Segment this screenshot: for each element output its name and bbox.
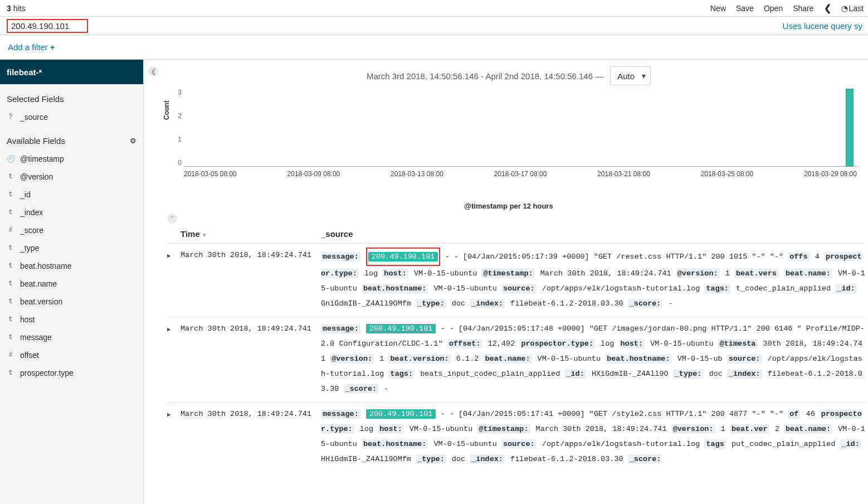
share-button[interactable]: Share <box>793 4 813 13</box>
field-item-beat-name[interactable]: tbeat.name <box>0 275 143 293</box>
field-item-beat-version[interactable]: tbeat.version <box>0 293 143 311</box>
row-time: March 30th 2018, 18:49:24.741 <box>181 321 321 396</box>
chart-bar[interactable] <box>846 89 854 166</box>
histogram-chart[interactable]: Count 3210 2018-03-05 08:002018-03-09 08… <box>165 89 857 186</box>
field-name: _id <box>20 190 31 199</box>
expand-row-icon[interactable]: ▶ <box>167 406 181 467</box>
search-query-highlight <box>7 19 88 33</box>
new-button[interactable]: New <box>710 4 726 13</box>
field-name: beat.name <box>20 279 57 288</box>
open-button[interactable]: Open <box>764 4 783 13</box>
field-item-prospector-type[interactable]: tprospector.type <box>0 364 143 382</box>
save-button[interactable]: Save <box>736 4 754 13</box>
content-area: ❮ March 3rd 2018, 14:50:56.146 - April 2… <box>144 60 868 504</box>
header-bar: 3 hits New Save Open Share ❮ Last <box>0 0 868 17</box>
sort-desc-icon: ▾ <box>201 231 206 238</box>
top-actions: New Save Open Share ❮ Last <box>710 3 864 13</box>
interval-select[interactable]: Auto <box>610 66 651 85</box>
field-name: _type <box>20 244 39 253</box>
field-item-host[interactable]: thost <box>0 311 143 328</box>
time-picker-button[interactable]: Last <box>841 4 864 13</box>
search-input[interactable] <box>11 21 84 31</box>
table-row: ▶ March 30th 2018, 18:49:24.741 message:… <box>167 317 866 402</box>
y-tick: 2 <box>175 112 182 120</box>
field-type-icon: # <box>7 351 14 359</box>
table-header: Time ▾ _source <box>167 224 866 243</box>
time-prev-icon[interactable]: ❮ <box>824 3 831 13</box>
field-type-icon: ? <box>7 113 14 121</box>
x-tick: 2018-03-05 08:00 <box>184 170 237 178</box>
plot-area <box>184 89 857 167</box>
field-type-icon: 🕘 <box>7 155 14 163</box>
collapse-chart-icon[interactable]: ˄ <box>167 214 177 224</box>
field-type-icon: t <box>7 280 14 288</box>
field-name: _score <box>20 226 43 235</box>
row-time: March 30th 2018, 18:49:24.741 <box>181 248 321 311</box>
table-row: ▶ March 30th 2018, 18:49:24.741 message:… <box>167 243 866 317</box>
collapse-sidebar-icon[interactable]: ❮ <box>148 66 158 76</box>
field-type-icon: t <box>7 262 14 270</box>
gear-icon[interactable]: ⚙ <box>130 137 136 145</box>
column-time[interactable]: Time ▾ <box>181 229 321 239</box>
field-type-icon: t <box>7 333 14 341</box>
field-name: message <box>20 333 52 342</box>
field-item-beat-hostname[interactable]: tbeat.hostname <box>0 257 143 275</box>
row-source: message: 200.49.190.101 - - [04/Jan/2015… <box>321 248 866 311</box>
y-tick: 1 <box>175 135 182 143</box>
time-range-label: March 3rd 2018, 14:50:56.146 - April 2nd… <box>367 71 603 81</box>
field-item--timestamp[interactable]: 🕘@timestamp <box>0 150 143 168</box>
x-tick: 2018-03-21 08:00 <box>597 170 650 178</box>
sidebar: filebeat-* Selected Fields ?_source Avai… <box>0 60 144 504</box>
field-item--id[interactable]: t_id <box>0 186 143 203</box>
x-tick: 2018-03-13 08:00 <box>391 170 443 178</box>
field-name: @version <box>20 172 53 181</box>
field-type-icon: t <box>7 209 14 216</box>
field-item--score[interactable]: #_score <box>0 221 143 239</box>
field-type-icon: t <box>7 369 14 377</box>
x-tick: 2018-03-25 08:00 <box>701 170 754 178</box>
field-item-_source[interactable]: ?_source <box>0 108 143 126</box>
chart-header: March 3rd 2018, 14:50:56.146 - April 2nd… <box>149 60 868 89</box>
available-fields-title: Available Fields ⚙ <box>0 126 143 150</box>
search-bar: Uses lucene query sy <box>0 17 868 35</box>
x-axis-ticks: 2018-03-05 08:002018-03-09 08:002018-03-… <box>184 170 857 178</box>
field-name: _source <box>20 113 48 122</box>
hit-count: 3 hits <box>7 4 25 13</box>
field-item--version[interactable]: t@version <box>0 168 143 186</box>
expand-row-icon[interactable]: ▶ <box>167 321 181 396</box>
field-name: @timestamp <box>20 154 64 163</box>
main-area: filebeat-* Selected Fields ?_source Avai… <box>0 60 868 504</box>
field-type-icon: t <box>7 173 14 181</box>
field-name: beat.hostname <box>20 261 72 270</box>
field-type-icon: t <box>7 244 14 252</box>
filter-bar: Add a filter + <box>0 35 868 60</box>
plus-icon: + <box>50 43 55 52</box>
field-type-icon: t <box>7 191 14 198</box>
field-type-icon: t <box>7 298 14 306</box>
selected-fields-title: Selected Fields <box>0 84 143 108</box>
field-name: beat.version <box>20 297 62 306</box>
field-name: host <box>20 315 35 324</box>
field-type-icon: # <box>7 226 14 234</box>
row-source: message: 200.49.190.101 - - [04/Jan/2015… <box>321 406 866 467</box>
field-name: _index <box>20 208 43 217</box>
add-filter-button[interactable]: Add a filter + <box>8 42 55 52</box>
x-tick: 2018-03-17 08:00 <box>494 170 547 178</box>
y-tick: 0 <box>175 159 182 167</box>
x-tick: 2018-03-09 08:00 <box>287 170 340 178</box>
field-name: offset <box>20 351 39 360</box>
row-time: March 30th 2018, 18:49:24.741 <box>181 406 321 467</box>
field-item--index[interactable]: t_index <box>0 203 143 221</box>
expand-row-icon[interactable]: ▶ <box>167 248 181 311</box>
field-item-offset[interactable]: #offset <box>0 346 143 364</box>
index-pattern-selector[interactable]: filebeat-* <box>0 60 143 84</box>
field-item--type[interactable]: t_type <box>0 239 143 257</box>
y-axis-label: Count <box>163 100 170 120</box>
x-axis-title: @timestamp per 12 hours <box>149 202 868 210</box>
field-item-message[interactable]: tmessage <box>0 328 143 346</box>
row-source: message: 200.49.190.101 - - [04/Jan/2015… <box>321 321 866 396</box>
table-row: ▶ March 30th 2018, 18:49:24.741 message:… <box>167 402 866 472</box>
lucene-hint-link[interactable]: Uses lucene query sy <box>783 21 862 31</box>
results-table: Time ▾ _source ▶ March 30th 2018, 18:49:… <box>167 224 866 472</box>
column-source[interactable]: _source <box>321 229 866 239</box>
